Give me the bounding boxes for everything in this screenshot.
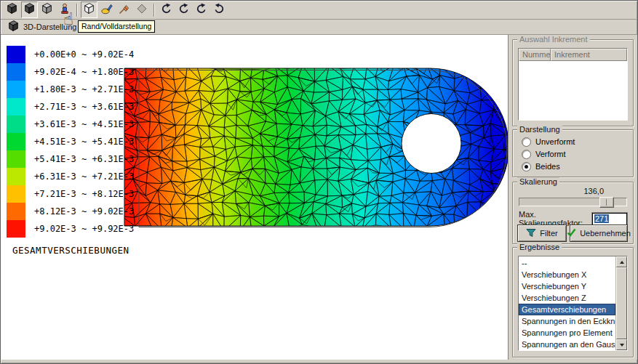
legend-range-label: +3.61E-3 ~ +4.51E-3 [34, 119, 134, 129]
scaling-group-title: Skalierung [517, 177, 559, 186]
toolbar-separator [76, 4, 78, 17]
legend-color-swatch [7, 150, 25, 168]
radio-circle-icon [522, 162, 531, 171]
legend-color-swatch [7, 81, 25, 98]
legend-band: +0.00E+0 ~ +9.02E-4 [7, 46, 134, 63]
rotate-cw-icon [213, 3, 225, 17]
tooltip: Rand/Volldarstellung [78, 20, 155, 33]
rotate-ccw-icon [196, 3, 207, 17]
increment-group: Auswahl Inkrement Nummer Inkrement [512, 39, 634, 126]
increment-table-header: Nummer Inkrement [519, 49, 627, 61]
broom-icon [119, 3, 130, 17]
contour-legend: +0.00E+0 ~ +9.02E-4+9.02E-4 ~ +1.80E-3+1… [7, 46, 134, 238]
legend-band: +9.02E-3 ~ +9.92E-3 [7, 220, 134, 238]
clear-view-button[interactable] [116, 1, 132, 18]
cube-solid-icon [23, 2, 36, 17]
result-item[interactable]: Spannungen an den Gausspunkten [519, 339, 615, 350]
rotate-z-button[interactable] [193, 1, 210, 18]
rotate-x-button[interactable] [158, 1, 175, 18]
column-nummer[interactable]: Nummer [519, 49, 551, 61]
legend-range-label: +5.41E-3 ~ +6.31E-3 [34, 154, 134, 164]
filter-button[interactable]: Filter [517, 225, 567, 242]
cube-wire-icon [83, 2, 95, 17]
rotate-y-button[interactable] [175, 1, 192, 18]
apply-button[interactable]: Uebernehmen [570, 225, 628, 242]
display-group-title: Darstellung [517, 125, 562, 134]
legend-range-label: +6.31E-3 ~ +7.21E-3 [34, 171, 134, 182]
scrollbar-thumb[interactable] [616, 267, 627, 339]
view-hidden-line-button[interactable] [39, 1, 55, 18]
render-paint-button[interactable] [98, 1, 115, 18]
results-scrollbar[interactable] [615, 256, 627, 350]
legend-color-swatch [7, 168, 25, 185]
cube-solid-icon [7, 20, 20, 33]
result-item[interactable]: Spannungen pro Element [519, 327, 615, 339]
legend-range-label: +7.21E-3 ~ +8.12E-3 [34, 189, 134, 199]
legend-color-swatch [7, 116, 25, 133]
column-inkrement[interactable]: Inkrement [551, 49, 627, 61]
filter-icon [526, 228, 536, 239]
legend-band: +6.31E-3 ~ +7.21E-3 [7, 168, 134, 185]
element-view-button[interactable] [133, 1, 150, 18]
selected-text: 271 [594, 214, 609, 223]
view-solid-edges-button[interactable] [21, 1, 38, 18]
window-bottom-edge [1, 360, 637, 363]
result-item[interactable]: Verschiebungen Y [519, 280, 615, 292]
radio-label: Beides [535, 162, 560, 171]
paint-icon [101, 3, 113, 17]
radio-beides[interactable]: Beides [522, 161, 560, 171]
legend-color-swatch [7, 63, 25, 81]
radio-circle-icon [522, 137, 531, 147]
result-item[interactable]: Verschiebungen X [519, 269, 615, 280]
legend-color-swatch [7, 98, 25, 116]
radio-label: Unverformt [535, 137, 575, 146]
rotate-free-button[interactable] [210, 1, 227, 18]
radio-unverformt[interactable]: Unverformt [522, 137, 575, 147]
results-list: --Verschiebungen XVerschiebungen YVersch… [519, 256, 615, 350]
scroll-down-icon[interactable] [616, 339, 627, 350]
legend-range-label: +2.71E-3 ~ +3.61E-3 [34, 102, 134, 112]
result-item[interactable]: Verschiebungen Z [519, 292, 615, 304]
scale-factor-input[interactable]: 271 [592, 213, 627, 225]
legend-color-swatch [7, 46, 25, 63]
legend-range-label: +0.00E+0 ~ +9.02E-4 [34, 49, 134, 60]
cube-shaded-icon [41, 2, 53, 17]
legend-band: +7.21E-3 ~ +8.12E-3 [7, 185, 134, 203]
rotate-ccw-icon [178, 3, 190, 17]
apply-button-label: Uebernehmen [580, 229, 631, 238]
filter-button-label: Filter [540, 229, 557, 238]
increment-table[interactable]: Nummer Inkrement [518, 48, 628, 121]
view-solid-button[interactable] [4, 1, 20, 18]
control-panel: Auswahl Inkrement Nummer Inkrement Darst… [509, 35, 637, 360]
cube-solid-icon [6, 2, 18, 17]
legend-range-label: +9.02E-3 ~ +9.92E-3 [34, 224, 134, 234]
slider-value: 136,0 [583, 187, 604, 195]
result-item[interactable]: Spannungen in den Eckknoten [519, 315, 615, 327]
result-item[interactable]: -- [519, 257, 615, 269]
radio-verformt[interactable]: Verformt [522, 149, 566, 159]
results-listbox: --Verschiebungen XVerschiebungen YVersch… [518, 256, 628, 351]
toolbar [1, 1, 637, 20]
app-window: 3D-Darstellung ☝ Rand/Volldarstellung +0… [0, 0, 638, 364]
radio-label: Verformt [535, 150, 566, 158]
legend-range-label: +4.51E-3 ~ +5.41E-3 [34, 137, 134, 147]
legend-color-swatch [7, 203, 25, 220]
viewport-canvas[interactable]: +0.00E+0 ~ +9.02E-4+9.02E-4 ~ +1.80E-3+1… [1, 35, 509, 360]
legend-range-label: +1.80E-3 ~ +2.71E-3 [34, 84, 134, 94]
toolbar-separator [153, 4, 155, 17]
result-item[interactable]: Gesamtverschiebungen [519, 304, 615, 315]
border-full-view-button[interactable] [81, 1, 97, 18]
increment-group-title: Auswahl Inkrement [517, 35, 590, 44]
legend-band: +2.71E-3 ~ +3.61E-3 [7, 98, 134, 116]
diamond-icon [136, 3, 148, 17]
legend-band: +5.41E-3 ~ +6.31E-3 [7, 150, 134, 168]
scroll-up-icon[interactable] [616, 256, 627, 267]
check-icon [567, 228, 576, 238]
legend-color-swatch [7, 220, 25, 238]
legend-range-label: +8.12E-3 ~ +9.02E-3 [34, 206, 134, 217]
rotate-ccw-icon [161, 3, 172, 17]
scaling-slider[interactable] [519, 198, 627, 206]
slider-thumb[interactable] [599, 197, 614, 208]
result-caption: GESAMTVERSCHIEBUNGEN [12, 245, 129, 256]
legend-band: +3.61E-3 ~ +4.51E-3 [7, 116, 134, 133]
